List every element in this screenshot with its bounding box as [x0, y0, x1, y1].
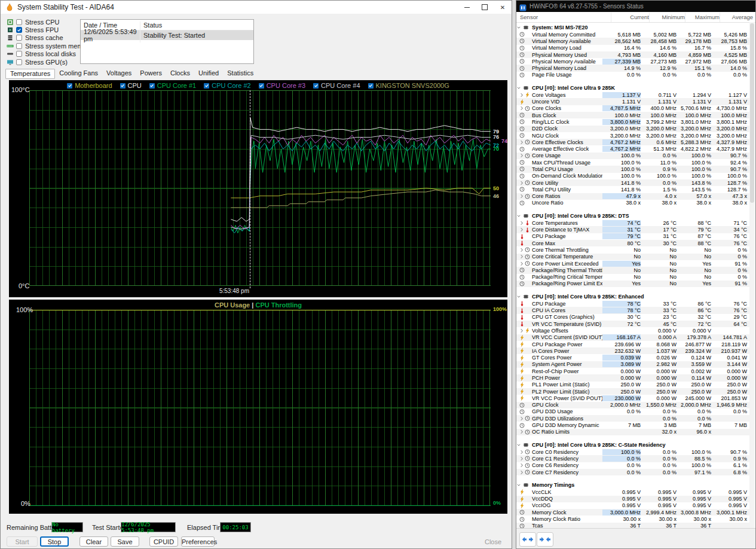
sensor-row-physical-memory-used[interactable]: Physical Memory Used4,793 MB4,160 MB4,85…	[516, 51, 749, 58]
sensor-row-core-power-limit-exceeded[interactable]: Core Power Limit ExceededYesNoYes91 %	[516, 260, 749, 267]
sensor-row-memory-clock-ratio[interactable]: Memory Clock Ratio30.00 x30.00 x30.00 x3…	[516, 516, 749, 522]
sensor-row-memory-clock[interactable]: Memory Clock3,000.0 MHz2,999.4 MHz3,000.…	[516, 509, 749, 516]
chevron-right-icon[interactable]	[519, 456, 525, 461]
sensor-row-core-c0-residency[interactable]: Core C0 Residency100.0 %0.0 %100.0 %90.7…	[516, 449, 749, 455]
sensor-row-ia-cores-power[interactable]: IA Cores Power232.632 W1.037 W239.324 W2…	[516, 347, 749, 354]
sensor-row-package-ring-thermal-throttling[interactable]: Package/Ring Thermal ThrottlingNoNoNo0 %	[516, 267, 749, 273]
maximize-button[interactable]	[476, 1, 494, 14]
sensor-group-cpu-0-intel-core-ultra-9-285k-dts[interactable]: CPU [#0]: Intel Core Ultra 9 285K: DTS	[516, 212, 749, 219]
sensor-row-virtual-memory-committed[interactable]: Virtual Memory Committed5,618 MB5,002 MB…	[516, 31, 749, 38]
sensor-row-page-file-usage[interactable]: Page File Usage0.0 %0.0 %0.0 %0.0 %	[516, 72, 749, 78]
sensor-group-cpu-0-intel-core-ultra-9-285k[interactable]: CPU [#0]: Intel Core Ultra 9 285K	[516, 84, 749, 92]
sensor-row-core-distance-to-tjmax[interactable]: Core Distance to TjMAX31 °C17 °C79 °C34 …	[516, 226, 749, 233]
expand-columns-button[interactable]	[519, 532, 536, 547]
chevron-right-icon[interactable]	[519, 106, 525, 111]
sensor-row-vr-vcc-power-svid-pout[interactable]: VR VCC Power (SVID POUT)230.000 W0.000 W…	[516, 395, 749, 401]
hwinfo-titlebar[interactable]: HWiNFO® 64 v8.27-5755 - Sensors Status	[516, 1, 755, 12]
sensor-row-core-c6-residency[interactable]: Core C6 Residency0.0 %0.0 %100.0 %6.1 %	[516, 462, 749, 469]
sensor-row-core-utility[interactable]: Core Utility141.8 %0.0 %143.8 %128.7 %	[516, 179, 749, 186]
tab-temperatures[interactable]: Temperatures	[5, 69, 55, 79]
sensor-row-cpu-package[interactable]: CPU Package79 °C31 °C87 °C76 °C	[516, 233, 749, 240]
chevron-right-icon[interactable]	[519, 470, 525, 475]
sensor-row-total-cpu-utility[interactable]: Total CPU Utility141.8 %1.5 %143.5 %128.…	[516, 186, 749, 193]
sensor-row-core-c1-residency[interactable]: Core C1 Residency0.0 %0.0 %88.5 %0.9 %	[516, 455, 749, 462]
sensor-row-core-critical-temperature[interactable]: Core Critical TemperatureNoNoNo0 %	[516, 254, 749, 260]
chevron-right-icon[interactable]	[519, 140, 525, 145]
cpuid-button[interactable]: CPUID	[149, 536, 178, 547]
checkbox-stress-local-disks[interactable]	[16, 51, 22, 57]
sensor-row-gpu-d3d-memory-dynamic[interactable]: GPU D3D Memory Dynamic7 MB3 MB7 MB7 MB	[516, 422, 749, 428]
tab-statistics[interactable]: Statistics	[223, 69, 258, 79]
chevron-right-icon[interactable]	[519, 221, 525, 225]
checkbox-stress-system-memory[interactable]	[16, 43, 22, 49]
save-button[interactable]: Save	[111, 536, 139, 547]
event-log-table[interactable]: Date / TimeStatus12/6/2025 5:53:49 pmSta…	[80, 19, 254, 64]
sensor-row-core-ratios[interactable]: Core Ratios47.9 x4.0 x57.0 x47.3 x	[516, 193, 749, 200]
chevron-right-icon[interactable]	[519, 328, 525, 333]
sensor-row-virtual-memory-available[interactable]: Virtual Memory Available28,562 MB28,458 …	[516, 38, 749, 44]
chevron-right-icon[interactable]	[519, 194, 525, 199]
sensor-row-cpu-package[interactable]: CPU Package78 °C33 °C86 °C76 °C	[516, 300, 749, 307]
sensor-row-gpu-d3d-usage[interactable]: GPU D3D Usage0.0 %0.0 %0.0 %0.0 %	[516, 408, 749, 415]
sensor-row-ring-llc-clock[interactable]: Ring/LLC Clock3,800.0 MHz3,799.2 MHz3,80…	[516, 118, 749, 125]
scrollbar[interactable]	[749, 22, 755, 528]
sensor-row-pl2-power-limit-static[interactable]: PL2 Power Limit (Static)250.0 W250.0 W25…	[516, 388, 749, 395]
sensor-row-d2d-clock[interactable]: D2D Clock3,200.0 MHz3,200.0 MHz3,200.0 M…	[516, 126, 749, 132]
sensor-row-voltage-offsets[interactable]: Voltage Offsets0.000 V0.000 V	[516, 327, 749, 334]
chevron-right-icon[interactable]	[519, 248, 525, 252]
sensor-row-cpu-gt-cores-graphics[interactable]: CPU GT Cores (Graphics)30 °C23 °C32 °C29…	[516, 314, 749, 321]
tab-unified[interactable]: Unified	[194, 69, 223, 79]
sensor-row-core-voltages[interactable]: Core Voltages1.137 V0.711 V1.294 V1.127 …	[516, 92, 749, 98]
sensor-row-gpu-d3d-utilizations[interactable]: GPU D3D Utilizations0.0 %0.0 %	[516, 415, 749, 422]
chevron-down-icon[interactable]	[516, 483, 522, 487]
sensor-row-uncore-ratio[interactable]: Uncore Ratio38.0 x38.0 x38.0 x38.0 x	[516, 200, 749, 206]
start-button[interactable]: Start	[7, 536, 38, 547]
tab-powers[interactable]: Powers	[136, 69, 166, 79]
sensor-group-cpu-0-intel-core-ultra-9-285k-c-state-residency[interactable]: CPU [#0]: Intel Core Ultra 9 285K: C-Sta…	[516, 441, 749, 449]
sensor-row-core-effective-clocks[interactable]: Core Effective Clocks4,767.2 MHz0.6 MHz5…	[516, 139, 749, 145]
aida64-titlebar[interactable]: System Stability Test - AIDA64 ✕	[1, 1, 512, 14]
checkbox-legend-motherboard[interactable]	[67, 83, 72, 89]
checkbox-legend-kingston-snvs2000g[interactable]	[368, 83, 374, 89]
chevron-right-icon[interactable]	[519, 429, 525, 434]
chevron-right-icon[interactable]	[519, 254, 525, 259]
checkbox-stress-fpu[interactable]	[16, 27, 22, 33]
shrink-columns-button[interactable]	[537, 532, 553, 547]
chevron-right-icon[interactable]	[519, 181, 525, 185]
stop-button[interactable]: Stop	[40, 536, 69, 547]
sensor-row-cpu-package-power[interactable]: CPU Package Power239.696 W8.068 W246.877…	[516, 341, 749, 347]
sensor-group-memory-timings[interactable]: Memory Timings	[516, 481, 749, 489]
sensor-row-physical-memory-load[interactable]: Physical Memory Load14.9 %12.9 %15.1 %14…	[516, 65, 749, 71]
column-current[interactable]: Current	[611, 13, 649, 22]
chevron-right-icon[interactable]	[519, 416, 525, 421]
column-minimum[interactable]: Minimum	[649, 13, 685, 22]
sensor-row-core-usage[interactable]: Core Usage100.0 %0.0 %100.0 %90.7 %	[516, 152, 749, 159]
sensor-row-on-demand-clock-modulation[interactable]: On-Demand Clock Modulation100.0 %100.0 %…	[516, 173, 749, 179]
close-button[interactable]: Close	[478, 536, 509, 547]
sensor-row-vccddq[interactable]: VccDDQ0.995 V0.995 V0.995 V0.995 V	[516, 496, 749, 502]
sensor-row-vcciog[interactable]: VccIOG0.995 V0.995 V0.995 V0.995 V	[516, 502, 749, 509]
chevron-down-icon[interactable]	[516, 25, 522, 30]
sensor-row-core-clocks[interactable]: Core Clocks4,787.5 MHz400.0 MHz5,700.6 M…	[516, 105, 749, 112]
checkbox-legend-cpu-core-3[interactable]	[259, 83, 264, 89]
chevron-right-icon[interactable]	[519, 261, 525, 266]
clear-button[interactable]: Clear	[79, 536, 108, 547]
sensor-row-ngu-clock[interactable]: NGU Clock3,200.0 MHz3,200.0 MHz3,200.0 M…	[516, 132, 749, 139]
sensor-row-oc-ratio-limits[interactable]: OC Ratio Limits32.0 x96.0 x	[516, 429, 749, 435]
log-row[interactable]: 12/6/2025 5:53:49 pmStability Test: Star…	[81, 30, 253, 40]
checkbox-legend-cpu-core-4[interactable]	[313, 83, 319, 89]
scrollbar-thumb[interactable]	[750, 23, 754, 203]
sensor-row-virtual-memory-load[interactable]: Virtual Memory Load16.4 %14.6 %16.7 %15.…	[516, 45, 749, 51]
sensor-row-gpu-clock[interactable]: GPU Clock2,000.0 MHz1,550.0 MHz2,000.0 M…	[516, 402, 749, 408]
column-maximum[interactable]: Maximum	[685, 13, 720, 22]
sensor-row-physical-memory-available[interactable]: Physical Memory Available27,339 MB27,273…	[516, 58, 749, 65]
chevron-right-icon[interactable]	[519, 450, 525, 455]
tab-voltages[interactable]: Voltages	[102, 69, 136, 79]
sensor-row-gt-cores-power[interactable]: GT Cores Power0.039 W0.026 W0.124 W0.041…	[516, 354, 749, 361]
chevron-down-icon[interactable]	[516, 443, 522, 447]
checkbox-legend-cpu-core-2[interactable]	[204, 83, 209, 89]
sensor-row-package-ring-critical-temperature[interactable]: Package/Ring Critical TemperatureNoNoNo0…	[516, 274, 749, 280]
checkbox-stress-cpu[interactable]	[16, 19, 22, 25]
column-sensor[interactable]: Sensor	[516, 14, 611, 20]
tab-clocks[interactable]: Clocks	[166, 69, 194, 79]
